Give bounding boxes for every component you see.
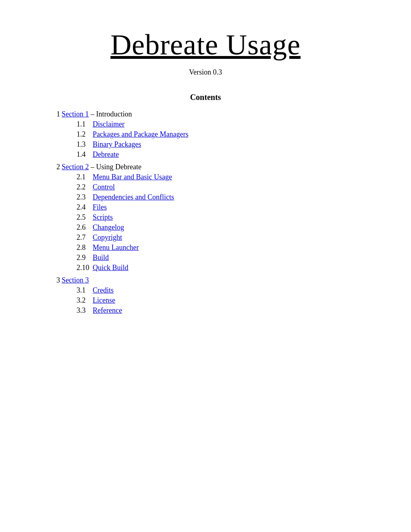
toc-section-link-3[interactable]: Section 3 (62, 276, 89, 284)
toc-subsection-number: 2.8 (77, 243, 91, 252)
toc-subsection-2-4: 2.4Files (77, 203, 379, 212)
toc-subsection-number: 1.1 (77, 120, 91, 129)
toc-subsection-list-3: 3.1Credits3.2License3.3Reference (77, 286, 379, 315)
toc-subsection-number: 2.9 (77, 254, 91, 262)
toc-subsection-1-1: 1.1Disclaimer (77, 120, 379, 129)
version-text: Version 0.3 (32, 68, 379, 77)
toc-subsection-list-2: 2.1Menu Bar and Basic Usage2.2Control2.3… (77, 173, 379, 272)
toc-section-suffix: – Using Debreate (89, 163, 141, 171)
toc-subsection-link[interactable]: Reference (93, 306, 122, 314)
toc-subsection-link[interactable]: Quick Build (93, 264, 129, 272)
toc-section-number: 2 (56, 163, 60, 171)
toc-subsection-link[interactable]: Binary Packages (93, 140, 141, 148)
toc-subsection-number: 2.2 (77, 183, 91, 191)
toc-section-1: 1Section 1 – Introduction1.1Disclaimer1.… (56, 110, 379, 159)
toc-subsection-number: 2.10 (77, 264, 91, 272)
toc-subsection-2-9: 2.9Build (77, 254, 379, 262)
toc-subsection-2-7: 2.7Copyright (77, 233, 379, 242)
toc-subsection-2-3: 2.3Dependencies and Conflicts (77, 193, 379, 202)
page-title: Debreate Usage (32, 28, 379, 62)
toc-subsection-link[interactable]: Dependencies and Conflicts (93, 193, 174, 201)
toc-subsection-1-3: 1.3Binary Packages (77, 140, 379, 149)
toc-subsection-2-10: 2.10Quick Build (77, 264, 379, 272)
toc-subsection-link[interactable]: Changelog (93, 223, 124, 231)
toc-subsection-2-5: 2.5Scripts (77, 213, 379, 222)
toc-subsection-link[interactable]: Scripts (93, 213, 113, 221)
toc-subsection-3-1: 3.1Credits (77, 286, 379, 295)
toc-subsection-number: 2.1 (77, 173, 91, 181)
toc-subsection-1-4: 1.4Debreate (77, 150, 379, 159)
toc-subsection-link[interactable]: Debreate (93, 150, 119, 158)
toc-section-suffix: – Introduction (89, 110, 132, 118)
toc-subsection-link[interactable]: Packages and Package Managers (93, 130, 188, 138)
toc-subsection-3-2: 3.2License (77, 296, 379, 305)
toc-subsection-number: 1.3 (77, 140, 91, 149)
toc-section-3: 3Section 33.1Credits3.2License3.3Referen… (56, 276, 379, 315)
toc-subsection-link[interactable]: Copyright (93, 233, 122, 241)
toc-section-number: 3 (56, 276, 60, 285)
contents-heading: Contents (32, 93, 379, 102)
toc-subsection-number: 2.6 (77, 223, 91, 232)
toc-subsection-link[interactable]: Build (93, 254, 109, 262)
toc-subsection-2-2: 2.2Control (77, 183, 379, 191)
toc-subsection-number: 2.5 (77, 213, 91, 222)
toc-subsection-link[interactable]: Credits (93, 286, 114, 294)
toc-subsection-link[interactable]: Disclaimer (93, 120, 125, 128)
toc-subsection-2-1: 2.1Menu Bar and Basic Usage (77, 173, 379, 181)
toc-subsection-number: 3.1 (77, 286, 91, 295)
toc-subsection-2-6: 2.6Changelog (77, 223, 379, 232)
toc-subsection-number: 3.2 (77, 296, 91, 305)
toc-subsection-number: 3.3 (77, 306, 91, 315)
toc-subsection-link[interactable]: License (93, 296, 115, 304)
toc-section-2: 2Section 2 – Using Debreate2.1Menu Bar a… (56, 163, 379, 272)
toc-subsection-number: 2.4 (77, 203, 91, 212)
toc-subsection-list-1: 1.1Disclaimer1.2Packages and Package Man… (77, 120, 379, 159)
toc-subsection-3-3: 3.3Reference (77, 306, 379, 315)
toc-subsection-link[interactable]: Menu Bar and Basic Usage (93, 173, 172, 181)
toc-subsection-number: 2.3 (77, 193, 91, 202)
toc-subsection-number: 1.4 (77, 150, 91, 159)
toc-subsection-link[interactable]: Menu Launcher (93, 243, 139, 251)
toc-section-link-2[interactable]: Section 2 (62, 163, 89, 171)
toc-subsection-number: 2.7 (77, 233, 91, 242)
toc-section-link-1[interactable]: Section 1 (62, 110, 89, 118)
toc-section-number: 1 (56, 110, 60, 118)
toc-subsection-1-2: 1.2Packages and Package Managers (77, 130, 379, 139)
toc-subsection-link[interactable]: Control (93, 183, 115, 191)
toc-subsection-number: 1.2 (77, 130, 91, 139)
toc-subsection-2-8: 2.8Menu Launcher (77, 243, 379, 252)
table-of-contents: 1Section 1 – Introduction1.1Disclaimer1.… (56, 110, 379, 315)
toc-subsection-link[interactable]: Files (93, 203, 107, 211)
